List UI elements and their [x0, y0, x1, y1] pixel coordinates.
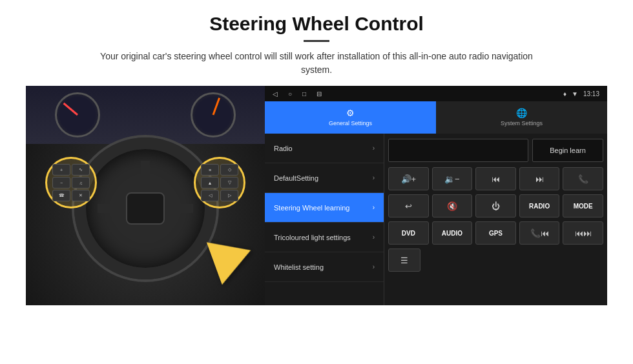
nav-recents-icon[interactable]: □ [302, 90, 306, 97]
btn-minus: − [52, 177, 70, 188]
btn-menu: ≡ [201, 164, 219, 176]
gauge-left [55, 92, 100, 137]
chevron-radio-icon: › [373, 145, 375, 152]
tab-general-label: General Settings [329, 120, 372, 126]
btn-ok: ◇ [220, 164, 238, 176]
nav-back-icon[interactable]: ◁ [273, 90, 278, 97]
button-row-2: ↩ 🔇 ⏻ RADIO MODE [388, 194, 603, 217]
nav-buttons: ◁ ○ □ ⊟ [273, 90, 322, 97]
call-back-icon: ↩ [405, 201, 412, 211]
tel-next-icon: ⏮⏭ [575, 228, 592, 238]
tab-general-settings[interactable]: ⚙ General Settings [265, 101, 436, 134]
menu-list: Radio › DefaultSetting › Steering Wheel … [265, 134, 384, 305]
gauge-area [26, 86, 265, 144]
steering-wheel [74, 137, 216, 279]
btn-nav-rt: ▷ [220, 190, 238, 201]
button-row-3: DVD AUDIO GPS 📞⏮ ⏮⏭ [388, 221, 603, 245]
tel-prev-icon: 📞⏮ [530, 228, 549, 238]
right-panel: Begin learn 🔊+ 🔉− ⏮ [384, 134, 607, 305]
menu-item-whitelist[interactable]: Whitelist setting › [265, 252, 384, 282]
title-divider [304, 40, 329, 42]
nav-home-icon[interactable]: ○ [288, 90, 292, 97]
audio-button[interactable]: AUDIO [432, 221, 473, 245]
clock: 13:13 [583, 90, 599, 97]
power-button[interactable]: ⏻ [475, 194, 516, 217]
gps-text: GPS [489, 230, 503, 237]
next-track-button[interactable]: ⏭ [519, 167, 560, 190]
vol-up-button[interactable]: 🔊+ [388, 167, 429, 190]
power-icon: ⏻ [492, 201, 500, 211]
tab-system-settings[interactable]: 🌐 System Settings [436, 101, 607, 134]
mute-icon: 🔇 [447, 201, 457, 211]
btn-end: ✕ [72, 190, 90, 201]
call-back-button[interactable]: ↩ [388, 194, 429, 217]
btn-nav-dn: ▽ [220, 177, 238, 188]
menu-whitelist-label: Whitelist setting [274, 263, 324, 271]
btn-media: ♫ [72, 177, 90, 188]
btn-mode: ∿ [72, 164, 90, 176]
menu-item-default[interactable]: DefaultSetting › [265, 163, 384, 193]
menu-item-tricoloured[interactable]: Tricoloured light settings › [265, 223, 384, 252]
btn-nav-up: ▲ [201, 177, 219, 188]
tab-bar: ⚙ General Settings 🌐 System Settings [265, 101, 607, 134]
empty-input-box [388, 139, 528, 162]
chevron-tricoloured-icon: › [373, 234, 375, 241]
menu-radio-label: Radio [274, 145, 293, 152]
menu-steering-label: Steering Wheel learning [274, 204, 349, 212]
page-wrapper: Steering Wheel Control Your original car… [0, 0, 633, 312]
status-bar: ◁ ○ □ ⊟ ♦ ▼ 13:13 [265, 86, 607, 101]
menu-tricoloured-label: Tricoloured light settings [274, 234, 351, 241]
button-circle-left: + ∿ − ♫ ☎ ✕ [45, 157, 97, 208]
arrow-right-icon [207, 229, 258, 285]
audio-text: AUDIO [442, 230, 462, 237]
wifi-icon: ▼ [572, 90, 578, 97]
tab-system-label: System Settings [501, 120, 543, 126]
button-row-4: ☰ [388, 248, 603, 272]
call-button[interactable]: 📞 [563, 167, 603, 190]
radio-row: Begin learn [388, 137, 603, 163]
btn-plus: + [52, 164, 70, 176]
btn-nav-lt: ◁ [201, 190, 219, 201]
gps-button[interactable]: GPS [475, 221, 516, 245]
vol-up-icon: 🔊+ [401, 174, 417, 184]
arrow-container [213, 234, 252, 279]
page-subtitle: Your original car's steering wheel contr… [90, 50, 543, 77]
tel-prev-button[interactable]: 📞⏮ [519, 221, 560, 245]
prev-track-icon: ⏮ [492, 174, 500, 184]
nav-menu-icon[interactable]: ⊟ [316, 90, 322, 97]
next-track-icon: ⏭ [535, 174, 544, 184]
android-screen: ◁ ○ □ ⊟ ♦ ▼ 13:13 ⚙ General Settings [265, 86, 607, 305]
chevron-steering-icon: › [373, 204, 375, 211]
signal-icon: ♦ [563, 90, 566, 97]
chevron-whitelist-icon: › [373, 263, 375, 270]
menu-item-radio[interactable]: Radio › [265, 134, 384, 163]
button-circle-right: ≡ ◇ ▲ ▽ ◁ ▷ [194, 157, 245, 208]
general-settings-icon: ⚙ [346, 108, 355, 118]
gauge-right [191, 92, 236, 137]
android-main: Radio › DefaultSetting › Steering Wheel … [265, 134, 607, 305]
menu-item-steering[interactable]: Steering Wheel learning › [265, 193, 384, 223]
dvd-button[interactable]: DVD [388, 221, 429, 245]
mute-button[interactable]: 🔇 [432, 194, 473, 217]
steering-wheel-image: + ∿ − ♫ ☎ ✕ ≡ ◇ ▲ ▽ ◁ [26, 86, 265, 305]
radio-text: RADIO [529, 203, 550, 210]
call-icon: 📞 [578, 174, 588, 184]
page-title: Steering Wheel Control [26, 13, 607, 35]
mode-text: MODE [574, 203, 593, 210]
radio-label-button[interactable]: RADIO [519, 194, 560, 217]
status-right: ♦ ▼ 13:13 [563, 90, 599, 97]
btn-call: ☎ [52, 190, 70, 201]
mode-button[interactable]: MODE [563, 194, 603, 217]
content-area: + ∿ − ♫ ☎ ✕ ≡ ◇ ▲ ▽ ◁ [26, 86, 607, 305]
tel-next-button[interactable]: ⏮⏭ [563, 221, 603, 245]
dvd-text: DVD [402, 230, 415, 237]
prev-track-button[interactable]: ⏮ [475, 167, 516, 190]
system-settings-icon: 🌐 [516, 108, 527, 118]
list-icon: ☰ [400, 256, 408, 265]
vol-down-button[interactable]: 🔉− [432, 167, 473, 190]
list-button[interactable]: ☰ [388, 248, 420, 272]
menu-default-label: DefaultSetting [274, 174, 318, 182]
button-row-1: 🔊+ 🔉− ⏮ ⏭ 📞 [388, 167, 603, 190]
title-section: Steering Wheel Control Your original car… [26, 13, 607, 77]
begin-learn-button[interactable]: Begin learn [532, 139, 603, 162]
